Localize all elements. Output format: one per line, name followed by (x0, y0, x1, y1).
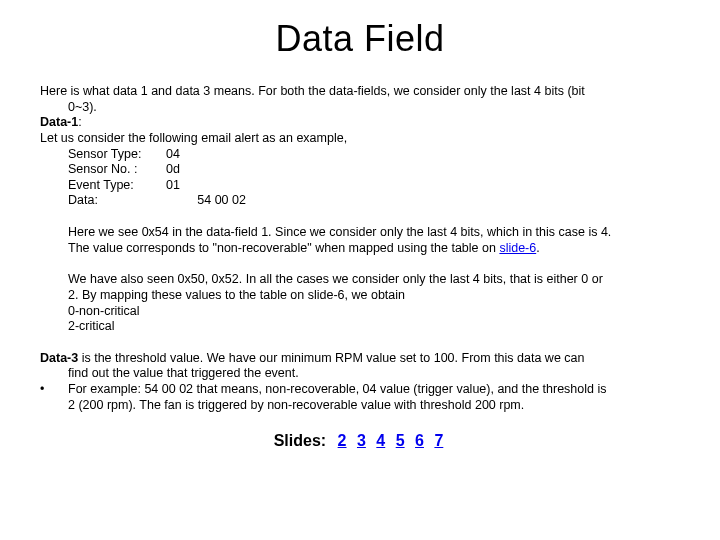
slide-title: Data Field (40, 18, 680, 60)
sensor-type-value: 04 (166, 147, 180, 161)
data1-label: Data-1 (40, 115, 78, 129)
para-0x54-line-1: Here we see 0x54 in the data-field 1. Si… (68, 225, 680, 241)
data3-example-line-2: 2 (200 rpm). The fan is triggered by non… (68, 398, 680, 414)
slides-nav-link-5[interactable]: 5 (396, 432, 405, 449)
data3-sentence-pre: is the threshold value. We have our mini… (78, 351, 584, 365)
event-type-label: Event Type: (68, 178, 166, 194)
event-type-value: 01 (166, 178, 180, 192)
mapping-2: 2-critical (68, 319, 680, 335)
sensor-no-row: Sensor No. :0d (40, 162, 680, 178)
slides-nav-link-2[interactable]: 2 (338, 432, 347, 449)
slide-container: Data Field Here is what data 1 and data … (0, 0, 720, 540)
data3-example: For example: 54 00 02 that means, non-re… (68, 382, 680, 413)
para-0x54-post: . (536, 241, 539, 255)
para-0x54-pre: The value corresponds to "non-recoverabl… (68, 241, 499, 255)
data1-example-intro: Let us consider the following email aler… (40, 131, 680, 147)
slides-nav-label: Slides: (274, 432, 326, 449)
para-0x54: Here we see 0x54 in the data-field 1. Si… (40, 225, 680, 256)
bullet-dot: • (40, 382, 68, 413)
slides-nav-link-4[interactable]: 4 (376, 432, 385, 449)
event-type-row: Event Type:01 (40, 178, 680, 194)
data3-line-2: find out the value that triggered the ev… (40, 366, 680, 382)
slides-nav: Slides: 2 3 4 5 6 7 (40, 431, 680, 451)
para-0x50-line-1: We have also seen 0x50, 0x52. In all the… (68, 272, 680, 288)
slides-nav-link-6[interactable]: 6 (415, 432, 424, 449)
sensor-type-label: Sensor Type: (68, 147, 166, 163)
slides-nav-link-3[interactable]: 3 (357, 432, 366, 449)
para-0x54-line-2: The value corresponds to "non-recoverabl… (68, 241, 680, 257)
data3-label: Data-3 (40, 351, 78, 365)
para-0x50: We have also seen 0x50, 0x52. In all the… (40, 272, 680, 335)
sensor-no-label: Sensor No. : (68, 162, 166, 178)
data3-example-line-1: For example: 54 00 02 that means, non-re… (68, 382, 680, 398)
intro-line-2: 0~3). (40, 100, 680, 116)
sensor-no-value: 0d (166, 162, 180, 176)
data1-heading: Data-1: (40, 115, 680, 131)
data-row: Data: 54 00 02 (40, 193, 680, 209)
data-value: 54 00 02 (166, 193, 246, 207)
intro-block: Here is what data 1 and data 3 means. Fo… (40, 84, 680, 209)
data3-bullet: • For example: 54 00 02 that means, non-… (40, 382, 680, 413)
data-label: Data: (68, 193, 166, 209)
data3-block: Data-3 is the threshold value. We have o… (40, 351, 680, 414)
para-0x50-line-2: 2. By mapping these values to the table … (68, 288, 680, 304)
slide-body: Here is what data 1 and data 3 means. Fo… (40, 84, 680, 451)
slides-nav-link-7[interactable]: 7 (434, 432, 443, 449)
intro-line-1: Here is what data 1 and data 3 means. Fo… (40, 84, 680, 100)
data1-colon: : (78, 115, 81, 129)
slide-6-link[interactable]: slide-6 (499, 241, 536, 255)
mapping-0: 0-non-critical (68, 304, 680, 320)
sensor-type-row: Sensor Type:04 (40, 147, 680, 163)
data3-line-1: Data-3 is the threshold value. We have o… (40, 351, 680, 367)
